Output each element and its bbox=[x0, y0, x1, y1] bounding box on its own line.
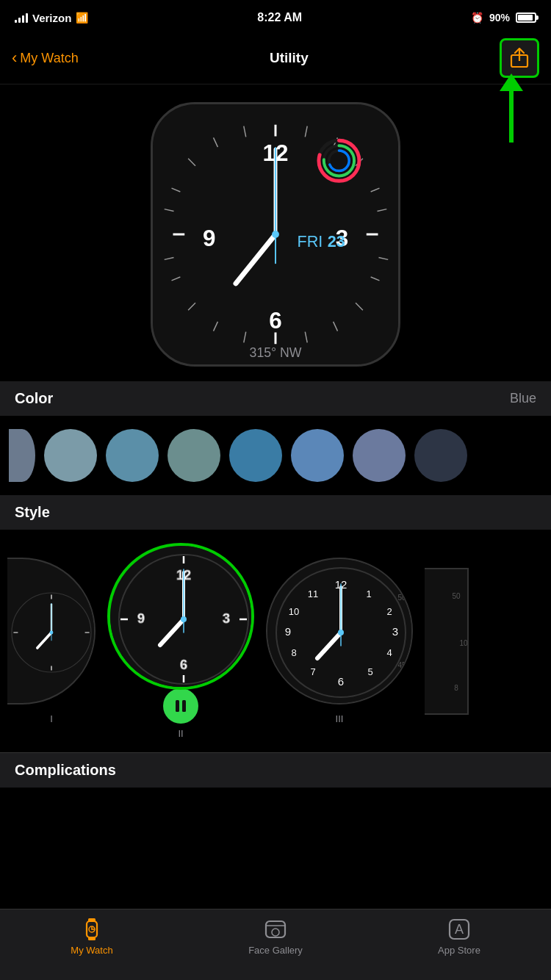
svg-rect-100 bbox=[266, 921, 285, 937]
tab-app-store[interactable]: A App Store bbox=[368, 917, 550, 956]
svg-text:50: 50 bbox=[397, 594, 406, 602]
svg-point-53 bbox=[50, 631, 54, 635]
svg-point-42 bbox=[272, 231, 279, 238]
signal-bars-icon bbox=[15, 12, 28, 23]
style-faces-container: I 12 3 6 9 bbox=[0, 530, 551, 752]
svg-text:2: 2 bbox=[386, 606, 392, 617]
svg-text:11: 11 bbox=[308, 588, 318, 599]
color-swatch-partial[interactable] bbox=[9, 429, 35, 482]
svg-text:3: 3 bbox=[223, 611, 230, 626]
clock-svg: 12 3 6 9 FRI 23 315° NW bbox=[153, 104, 398, 364]
color-swatch-1[interactable] bbox=[106, 429, 159, 482]
svg-text:6: 6 bbox=[338, 675, 344, 688]
svg-rect-68 bbox=[176, 700, 179, 712]
color-swatch-3[interactable] bbox=[229, 429, 282, 482]
color-swatch-5[interactable] bbox=[353, 429, 406, 482]
style-face-2[interactable]: 12 3 6 9 bbox=[107, 543, 254, 690]
svg-rect-69 bbox=[182, 700, 186, 712]
chevron-left-icon: ‹ bbox=[12, 48, 17, 68]
svg-rect-95 bbox=[88, 918, 96, 922]
status-time: 8:22 AM bbox=[257, 11, 302, 24]
color-value: Blue bbox=[510, 391, 536, 406]
complications-section-header: Complications bbox=[0, 752, 551, 788]
color-swatches-container bbox=[0, 416, 551, 495]
svg-text:10: 10 bbox=[459, 639, 468, 647]
style-face-label-2: II bbox=[178, 728, 183, 739]
style-section-header: Style bbox=[0, 495, 551, 530]
svg-text:7: 7 bbox=[310, 666, 315, 677]
pause-badge[interactable] bbox=[163, 688, 198, 724]
svg-text:A: A bbox=[455, 922, 464, 937]
nav-bar: ‹ My Watch Utility bbox=[0, 32, 551, 84]
color-swatch-2[interactable] bbox=[168, 429, 220, 482]
svg-text:4: 4 bbox=[386, 647, 392, 658]
svg-text:6: 6 bbox=[269, 308, 281, 334]
svg-text:9: 9 bbox=[203, 226, 215, 251]
svg-text:8: 8 bbox=[291, 647, 296, 658]
wifi-icon: 📶 bbox=[76, 12, 88, 24]
color-swatch-4[interactable] bbox=[291, 429, 344, 482]
svg-text:315° NW: 315° NW bbox=[250, 345, 302, 360]
share-button[interactable] bbox=[500, 38, 539, 78]
svg-text:45: 45 bbox=[397, 661, 406, 669]
svg-text:5: 5 bbox=[367, 666, 372, 677]
complications-label: Complications bbox=[15, 762, 116, 779]
svg-point-67 bbox=[181, 616, 187, 622]
annotation-arrow bbox=[500, 73, 523, 143]
app-store-icon: A bbox=[447, 917, 472, 942]
svg-text:6: 6 bbox=[180, 657, 187, 672]
face-gallery-icon bbox=[263, 917, 288, 942]
svg-text:9: 9 bbox=[137, 611, 145, 626]
svg-text:3: 3 bbox=[392, 625, 398, 638]
back-button[interactable]: ‹ My Watch bbox=[12, 48, 79, 68]
style-face-partial-right[interactable]: 50 10 8 bbox=[425, 568, 469, 715]
back-label: My Watch bbox=[20, 51, 78, 66]
tab-face-gallery[interactable]: Face Gallery bbox=[184, 917, 367, 956]
tab-bar: My Watch Face Gallery A App Store bbox=[0, 909, 551, 980]
status-left: Verizon 📶 bbox=[15, 12, 88, 24]
share-icon bbox=[510, 48, 529, 68]
color-section-header: Color Blue bbox=[0, 381, 551, 416]
color-swatch-6[interactable] bbox=[414, 429, 467, 482]
battery-icon bbox=[516, 12, 536, 23]
svg-text:FRI: FRI bbox=[297, 232, 323, 251]
tab-app-store-label: App Store bbox=[438, 945, 480, 956]
svg-text:23: 23 bbox=[328, 232, 345, 251]
alarm-icon: ⏰ bbox=[471, 12, 483, 24]
status-bar: Verizon 📶 8:22 AM ⏰ 90% bbox=[0, 0, 551, 32]
style-face-3[interactable]: 12 1 2 3 4 5 6 7 8 9 10 11 50 45 bbox=[266, 558, 413, 705]
color-label: Color bbox=[15, 390, 53, 407]
watch-face-preview[interactable]: 12 3 6 9 FRI 23 315° NW bbox=[151, 102, 400, 367]
svg-text:1: 1 bbox=[366, 588, 371, 599]
svg-text:10: 10 bbox=[289, 606, 299, 617]
style-label: Style bbox=[15, 504, 50, 521]
status-right: ⏰ 90% bbox=[471, 12, 536, 24]
svg-rect-96 bbox=[88, 937, 96, 940]
svg-point-102 bbox=[272, 929, 279, 936]
svg-point-89 bbox=[338, 630, 344, 635]
watch-preview-container: 12 3 6 9 FRI 23 315° NW bbox=[0, 84, 551, 381]
style-face-partial-left[interactable] bbox=[7, 558, 96, 705]
tab-my-watch[interactable]: My Watch bbox=[1, 917, 183, 956]
color-swatch-0[interactable] bbox=[44, 429, 97, 482]
tab-face-gallery-label: Face Gallery bbox=[248, 945, 303, 956]
style-face-label-1: I bbox=[50, 713, 53, 724]
carrier-label: Verizon bbox=[32, 12, 71, 24]
svg-text:50: 50 bbox=[452, 592, 461, 600]
svg-text:8: 8 bbox=[454, 684, 458, 692]
svg-text:9: 9 bbox=[285, 625, 291, 638]
my-watch-icon bbox=[79, 917, 104, 942]
page-title: Utility bbox=[270, 50, 309, 66]
style-face-label-3: III bbox=[336, 713, 344, 724]
battery-percent: 90% bbox=[489, 12, 510, 24]
tab-my-watch-label: My Watch bbox=[71, 945, 112, 956]
